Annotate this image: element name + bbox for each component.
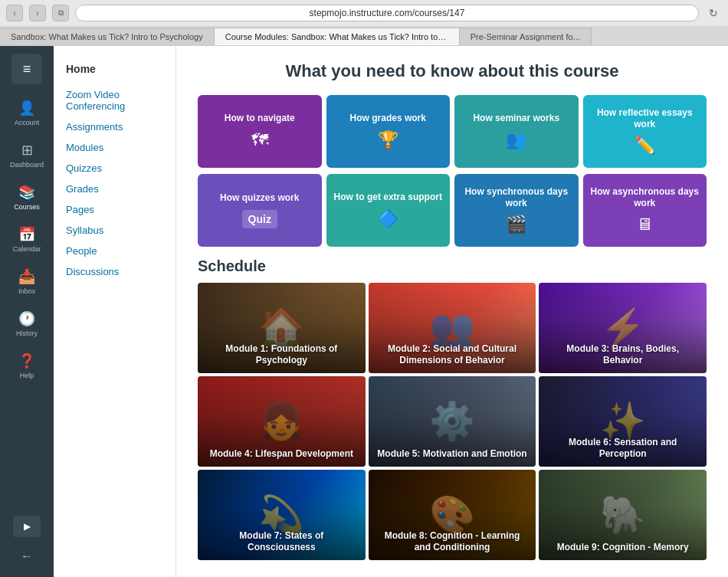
browser-tabs: Sandbox: What Makes us Tick? Intro to Ps…	[0, 26, 728, 45]
card-reflective[interactable]: How reflective essays work ✏️	[583, 95, 707, 168]
module-card-6[interactable]: ✨ Module 6: Sensation and Perception	[539, 376, 707, 467]
card-seminar-label: How seminar works	[473, 113, 559, 123]
module-7-label: Module 7: States of Consciousness	[198, 524, 366, 560]
calendar-label: Calendar	[13, 245, 41, 253]
account-label: Account	[15, 119, 40, 126]
module-card-4[interactable]: 👧 Module 4: Lifespan Development	[198, 376, 366, 467]
sidebar-item-help[interactable]: ❓ Help	[0, 345, 54, 387]
course-nav-modules[interactable]: Modules	[54, 137, 175, 158]
card-reflective-label: How reflective essays work	[589, 107, 701, 129]
course-nav-grades[interactable]: Grades	[54, 179, 175, 199]
module-1-label: Module 1: Foundations of Psychology	[198, 337, 366, 373]
schedule-title: Schedule	[198, 257, 707, 275]
dashboard-icon: ⊞	[21, 142, 33, 159]
course-nav: Home Zoom Video Conferencing Assignments…	[54, 46, 176, 577]
back-button[interactable]: ‹	[6, 5, 23, 21]
sidebar-item-dashboard[interactable]: ⊞ Dashboard	[0, 134, 54, 176]
browser-chrome: ‹ › ⧉ stepmojo.instructure.com/courses/1…	[0, 0, 728, 46]
card-grades-label: How grades work	[350, 113, 426, 123]
seminar-icon: 👥	[506, 130, 526, 150]
sidebar-item-calendar[interactable]: 📅 Calendar	[0, 218, 54, 261]
card-grades[interactable]: How grades work 🏆	[326, 95, 451, 168]
forward-button[interactable]: ›	[29, 5, 46, 21]
history-label: History	[16, 329, 38, 337]
tab-3[interactable]: Pre-Seminar Assignment fo...	[460, 28, 592, 45]
module-card-8[interactable]: 🎨 Module 8: Cognition - Learning and Con…	[369, 470, 536, 560]
reflective-icon: ✏️	[635, 136, 655, 156]
module-6-label: Module 6: Sensation and Perception	[539, 431, 707, 467]
course-nav-discussions[interactable]: Discussions	[54, 261, 175, 282]
module-card-1[interactable]: 🏠 Module 1: Foundations of Psychology	[198, 283, 366, 373]
sidebar-item-inbox[interactable]: 📥 Inbox	[0, 261, 54, 303]
address-bar[interactable]: stepmojo.instructure.com/courses/147	[75, 5, 699, 21]
account-icon: 👤	[18, 100, 35, 116]
media-player-button[interactable]: ▶	[13, 516, 41, 537]
collapse-nav-button[interactable]: ←	[21, 543, 33, 569]
inbox-label: Inbox	[18, 287, 35, 295]
course-nav-home[interactable]: Home	[54, 58, 175, 80]
inbox-icon: 📥	[18, 268, 35, 285]
sidebar-item-courses[interactable]: 📚 Courses	[0, 176, 54, 218]
tab-2[interactable]: Course Modules: Sandbox: What Makes us T…	[215, 28, 460, 45]
info-cards-row-2: How quizzes work Quiz How to get extra s…	[198, 174, 707, 247]
quizzes-icon: Quiz	[242, 210, 277, 228]
calendar-icon: 📅	[18, 226, 35, 243]
navigate-icon: 🗺	[251, 130, 268, 150]
module-5-label: Module 5: Motivation and Emotion	[369, 442, 536, 467]
app-container: ≡ 👤 Account ⊞ Dashboard 📚 Courses 📅 Cale…	[0, 46, 728, 577]
card-seminar[interactable]: How seminar works 👥	[454, 95, 579, 168]
course-nav-pages[interactable]: Pages	[54, 199, 175, 220]
courses-icon: 📚	[18, 184, 35, 201]
module-3-label: Module 3: Brains, Bodies, Behavior	[539, 337, 707, 373]
module-8-label: Module 8: Cognition - Learning and Condi…	[369, 524, 536, 560]
app-logo[interactable]: ≡	[11, 54, 42, 84]
card-asynchronous[interactable]: How asynchronous days work 🖥	[583, 174, 707, 247]
module-card-2[interactable]: 👥 Module 2: Social and Cultural Dimensio…	[369, 283, 536, 373]
card-navigate-label: How to navigate	[225, 113, 295, 123]
module-9-label: Module 9: Cognition - Memory	[539, 536, 707, 560]
extra-support-icon: 🔷	[378, 209, 398, 229]
card-synchronous-label: How synchronous days work	[461, 186, 572, 208]
module-4-label: Module 4: Lifespan Development	[198, 442, 366, 467]
synchronous-icon: 🎬	[506, 215, 526, 234]
asynchronous-icon: 🖥	[636, 215, 653, 234]
sidebar-item-history[interactable]: 🕐 History	[0, 303, 54, 345]
card-quizzes[interactable]: How quizzes work Quiz	[198, 174, 322, 247]
course-nav-quizzes[interactable]: Quizzes	[54, 158, 175, 179]
module-card-7[interactable]: 💫 Module 7: States of Consciousness	[198, 470, 366, 560]
modules-grid: 🏠 Module 1: Foundations of Psychology 👥 …	[198, 283, 707, 560]
help-label: Help	[20, 372, 34, 379]
course-nav-zoom[interactable]: Zoom Video Conferencing	[54, 84, 175, 116]
sidebar-item-account[interactable]: 👤 Account	[0, 92, 54, 134]
window-resize-button[interactable]: ⧉	[52, 5, 69, 21]
global-nav: ≡ 👤 Account ⊞ Dashboard 📚 Courses 📅 Cale…	[0, 46, 54, 577]
dashboard-label: Dashboard	[10, 161, 44, 169]
card-extra-support-label: How to get extra support	[334, 192, 442, 202]
module-card-9[interactable]: 🐘 Module 9: Cognition - Memory	[539, 470, 707, 560]
card-navigate[interactable]: How to navigate 🗺	[198, 95, 322, 168]
global-nav-bottom: ▶ ←	[0, 516, 54, 569]
history-icon: 🕐	[18, 310, 35, 327]
module-card-3[interactable]: ⚡ Module 3: Brains, Bodies, Behavior	[539, 283, 707, 373]
card-quizzes-label: How quizzes work	[220, 192, 299, 203]
course-nav-people[interactable]: People	[54, 241, 175, 261]
main-content: What you need to know about this course …	[176, 46, 728, 577]
course-nav-syllabus[interactable]: Syllabus	[54, 220, 175, 241]
page-title: What you need to know about this course	[198, 61, 707, 81]
card-asynchronous-label: How asynchronous days work	[589, 186, 701, 208]
module-card-5[interactable]: ⚙️ Module 5: Motivation and Emotion	[369, 376, 536, 467]
grades-icon: 🏆	[378, 130, 398, 150]
info-cards-row-1: How to navigate 🗺 How grades work 🏆 How …	[198, 95, 707, 168]
course-nav-assignments[interactable]: Assignments	[54, 116, 175, 137]
help-icon: ❓	[18, 352, 35, 369]
tab-1[interactable]: Sandbox: What Makes us Tick? Intro to Ps…	[0, 28, 215, 45]
reload-button[interactable]: ↻	[705, 5, 722, 21]
card-synchronous[interactable]: How synchronous days work 🎬	[454, 174, 579, 247]
logo-icon: ≡	[23, 61, 31, 77]
module-2-label: Module 2: Social and Cultural Dimensions…	[369, 337, 536, 373]
card-extra-support[interactable]: How to get extra support 🔷	[326, 174, 451, 247]
courses-label: Courses	[14, 203, 40, 211]
